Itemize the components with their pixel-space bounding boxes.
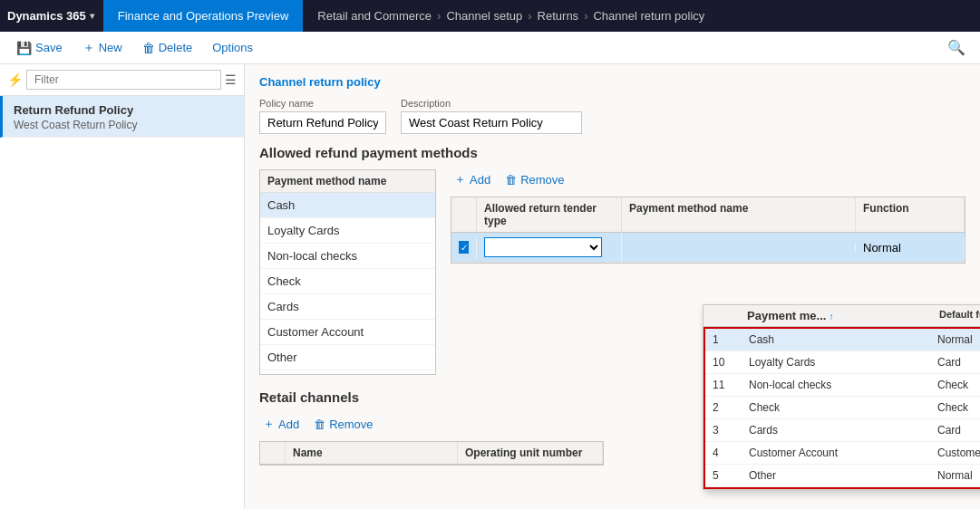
breadcrumb-item-2[interactable]: Channel setup [446, 9, 522, 23]
breadcrumb-sep-3: › [584, 9, 587, 23]
channels-add-button[interactable]: ＋ Add [259, 414, 303, 434]
dropdown-header: Payment me... ↑ Default function [703, 305, 980, 327]
channels-remove-icon: 🗑 [314, 418, 325, 431]
tender-remove-label: Remove [520, 173, 564, 187]
dropdown-row-func-5: Customer [937, 447, 980, 459]
main-layout: ⚡ ☰ Return Refund Policy West Coast Retu… [0, 64, 980, 509]
delete-icon: 🗑 [142, 41, 155, 55]
delete-button[interactable]: 🗑 Delete [133, 37, 202, 59]
dropdown-row-num-0: 1 [713, 333, 749, 346]
channels-remove-label: Remove [329, 418, 373, 431]
sidebar-search-input[interactable] [26, 70, 221, 90]
channel-return-policy-header: Channel return policy [259, 75, 965, 89]
new-icon: ＋ [82, 40, 95, 56]
tender-type-select[interactable] [484, 237, 602, 257]
tender-header-check [451, 197, 477, 232]
payment-item-6[interactable]: Other [260, 345, 435, 370]
dropdown-row-3[interactable]: 2 Check Check [705, 397, 980, 419]
description-field: Description [401, 98, 582, 134]
channels-grid-header: Name Operating unit number [260, 442, 603, 465]
sidebar-item-0[interactable]: Return Refund Policy West Coast Return P… [0, 96, 244, 138]
tender-add-button[interactable]: ＋ Add [451, 169, 494, 189]
list-icon[interactable]: ☰ [225, 72, 237, 87]
payment-item-0[interactable]: Cash [260, 193, 435, 218]
new-label: New [99, 41, 122, 54]
dropdown-row-name-4: Cards [749, 424, 937, 437]
payment-item-3[interactable]: Check [260, 269, 435, 294]
tender-row-method-0 [622, 243, 856, 252]
payment-item-1[interactable]: Loyalty Cards [260, 218, 435, 244]
payment-dropdown-popup: Payment me... ↑ Default function 1 Cash … [703, 304, 980, 490]
sort-icon[interactable]: ↑ [830, 312, 834, 322]
sidebar-item-title-0: Return Refund Policy [14, 103, 233, 117]
dropdown-row-name-3: Check [749, 401, 937, 414]
breadcrumb: Retail and Commerce › Channel setup › Re… [303, 9, 704, 23]
dropdown-row-name-1: Loyalty Cards [749, 356, 937, 369]
policy-form-row: Policy name Description [259, 98, 965, 134]
tender-header-function: Function [856, 197, 965, 232]
tender-remove-button[interactable]: 🗑 Remove [501, 171, 568, 188]
dropdown-row-5[interactable]: 4 Customer Account Customer [705, 442, 980, 465]
app-name: Finance and Operations Preview [103, 0, 304, 32]
payment-method-list: Payment method name Cash Loyalty Cards N… [259, 169, 436, 375]
save-icon: 💾 [16, 41, 32, 55]
policy-name-input[interactable] [259, 111, 386, 134]
breadcrumb-item-3[interactable]: Returns [538, 9, 579, 23]
dropdown-row-1[interactable]: 10 Loyalty Cards Card [705, 351, 980, 374]
delete-label: Delete [159, 41, 193, 54]
channels-header-name: Name [286, 442, 458, 464]
dropdown-row-func-3: Check [937, 401, 980, 414]
payment-item-4[interactable]: Cards [260, 294, 435, 320]
dropdown-row-6[interactable]: 5 Other Normal [705, 465, 980, 487]
payment-list-header: Payment method name [260, 170, 435, 193]
save-button[interactable]: 💾 Save [7, 37, 72, 59]
sidebar-top: ⚡ ☰ [0, 64, 244, 96]
brand-chevron-icon: ▾ [90, 11, 94, 21]
tender-grid-header: Allowed return tender type Payment metho… [451, 197, 965, 233]
channels-grid: Name Operating unit number [259, 441, 604, 466]
breadcrumb-item-4[interactable]: Channel return policy [593, 9, 704, 23]
tender-header-tender: Allowed return tender type [477, 197, 622, 232]
tender-grid-row-0[interactable]: ✓ Normal [451, 233, 965, 263]
dropdown-header-func: Default function [939, 309, 980, 322]
dynamics-brand[interactable]: Dynamics 365 ▾ [7, 9, 103, 23]
dropdown-row-func-2: Check [937, 379, 980, 391]
dropdown-row-num-4: 3 [713, 424, 749, 437]
options-button[interactable]: Options [203, 37, 262, 58]
new-button[interactable]: ＋ New [73, 36, 131, 60]
checkbox-checked-icon[interactable]: ✓ [459, 241, 469, 254]
payment-item-2[interactable]: Non-local checks [260, 244, 435, 269]
dropdown-row-name-2: Non-local checks [749, 379, 937, 391]
dropdown-header-payment-label: Payment me... [747, 309, 826, 322]
dropdown-row-4[interactable]: 3 Cards Card [705, 419, 980, 442]
tender-header-method: Payment method name [622, 197, 856, 232]
top-nav-bar: Dynamics 365 ▾ Finance and Operations Pr… [0, 0, 980, 32]
policy-name-field: Policy name [259, 98, 386, 134]
channels-remove-button[interactable]: 🗑 Remove [310, 416, 376, 433]
dropdown-row-num-2: 11 [713, 379, 749, 391]
dropdown-row-0[interactable]: 1 Cash Normal [705, 329, 980, 351]
tender-grid: Allowed return tender type Payment metho… [451, 197, 965, 264]
search-button[interactable]: 🔍 [940, 35, 973, 60]
description-label: Description [401, 98, 582, 109]
payment-item-5[interactable]: Customer Account [260, 320, 435, 345]
dropdown-row-func-0: Normal [937, 333, 980, 346]
brand-text: Dynamics 365 [7, 9, 86, 23]
filter-icon: ⚡ [7, 72, 23, 87]
dropdown-row-name-5: Customer Account [749, 447, 937, 459]
tender-toolbar: ＋ Add 🗑 Remove [451, 169, 965, 189]
payment-list-scroll[interactable]: Cash Loyalty Cards Non-local checks Chec… [260, 193, 435, 374]
sidebar-item-subtitle-0: West Coast Return Policy [14, 119, 233, 131]
description-input[interactable] [401, 111, 582, 134]
dropdown-scroll-area[interactable]: 1 Cash Normal 10 Loyalty Cards Card 11 N… [703, 327, 980, 489]
channels-header-check [260, 442, 286, 464]
dropdown-row-num-5: 4 [713, 447, 749, 459]
dropdown-row-func-6: Normal [937, 469, 980, 482]
remove-icon: 🗑 [505, 173, 517, 187]
dropdown-row-2[interactable]: 11 Non-local checks Check [705, 374, 980, 397]
sidebar-list: Return Refund Policy West Coast Return P… [0, 96, 244, 509]
content-area: Channel return policy Policy name Descri… [245, 64, 980, 509]
dropdown-row-func-4: Card [937, 424, 980, 437]
breadcrumb-item-1[interactable]: Retail and Commerce [317, 9, 432, 23]
dropdown-row-num-3: 2 [713, 401, 749, 414]
